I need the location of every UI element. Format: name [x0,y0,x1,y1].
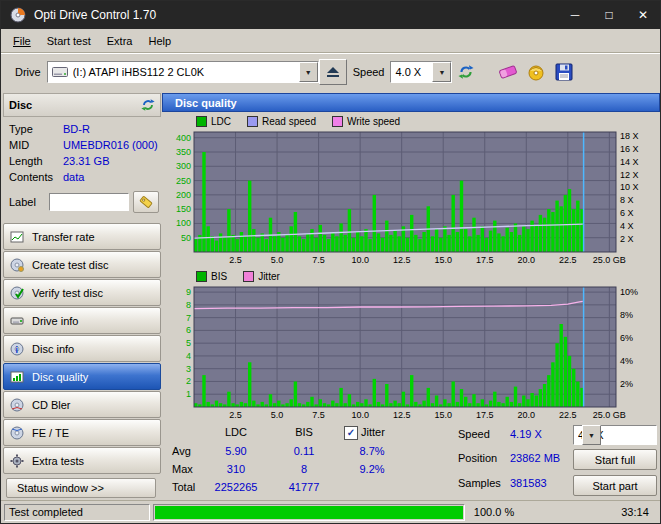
refresh-button[interactable] [452,59,480,85]
disc-field-contents: Contentsdata [9,171,161,187]
avg-jitter-value: 8.7% [340,445,404,457]
label-input[interactable] [49,193,129,211]
progress-bar [153,504,465,521]
sidebar-item-disc-quality[interactable]: Disc quality [3,363,161,390]
svg-text:12.5: 12.5 [393,255,411,265]
save-button[interactable] [550,59,578,85]
svg-text:4%: 4% [620,356,633,366]
svg-text:1: 1 [186,389,191,399]
legend-label: Write speed [347,116,400,127]
svg-text:8 X: 8 X [620,195,634,205]
field-value: BD-R [63,123,90,139]
field-value: data [63,171,84,187]
sidebar-item-create-test-disc[interactable]: Create test disc [3,251,161,278]
speed-select-value: 4.0 X [395,66,428,78]
progress-percent: 100.0 % [468,504,520,521]
legend-label: LDC [211,116,231,127]
svg-text:10.0: 10.0 [351,410,369,420]
start-part-button[interactable]: Start part [573,475,657,496]
status-window-button[interactable]: Status window >> [6,478,156,498]
legend-swatch [247,116,258,127]
toolbar: Drive (I:) ATAPI iHBS112 2 CL0K ▼ Speed … [1,53,660,91]
jitter-checkbox[interactable]: ✓ [344,426,358,440]
disc-refresh-button[interactable] [141,98,155,112]
svg-text:6%: 6% [620,333,633,343]
samples-value: 381583 [510,477,547,489]
menu-extra[interactable]: Extra [99,32,141,50]
sidebar-item-cd-bler[interactable]: CD Bler [3,391,161,418]
field-label: MID [9,139,63,155]
bis-jitter-chart: 2.55.07.510.012.515.017.520.022.525.0 GB… [164,284,658,422]
svg-text:20.0: 20.0 [518,410,536,420]
disc-panel-header: Disc [3,93,161,117]
ldc-chart: 2.55.07.510.012.515.017.520.022.525.0 GB… [164,129,658,267]
position-value: 23862 MB [510,452,560,464]
svg-text:350: 350 [176,147,191,157]
field-value: 23.31 GB [63,155,109,171]
hand-icon [525,62,547,82]
legend-label: BIS [211,271,227,282]
svg-text:7: 7 [186,313,191,323]
menu-file[interactable]: File [5,32,39,50]
eject-button[interactable] [319,59,347,85]
close-button[interactable]: ✕ [626,1,660,29]
test-speed-select[interactable]: 4.0 X ▼ [573,425,657,445]
speed-select[interactable]: 4.0 X ▼ [390,61,452,83]
svg-text:50: 50 [181,233,191,243]
svg-text:2.5: 2.5 [229,410,242,420]
max-bis-value: 8 [274,463,334,475]
disc-fields: TypeBD-RMIDUMEBDR016 (000)Length23.31 GB… [3,117,161,187]
svg-text:22.5: 22.5 [559,410,577,420]
svg-text:10%: 10% [620,287,638,297]
start-full-button[interactable]: Start full [573,449,657,470]
speed-label: Speed [353,66,385,78]
sidebar-item-extra-tests[interactable]: Extra tests [3,447,161,474]
chevron-down-icon[interactable]: ▼ [432,62,451,82]
svg-text:6 X: 6 X [620,208,634,218]
write-test-button[interactable] [522,59,550,85]
sidebar-item-drive-info[interactable]: Drive info [3,307,161,334]
minimize-button[interactable]: ─ [558,1,592,29]
write-label-button[interactable] [133,191,159,213]
sidebar-item-label: CD Bler [32,399,71,411]
position-label: Position [458,452,497,464]
sidebar-item-label: Extra tests [32,455,84,467]
svg-text:18 X: 18 X [620,131,639,141]
legend-item-ldc: LDC [196,116,231,127]
field-label: Type [9,123,63,139]
app-window: Opti Drive Control 1.70 ─ □ ✕ File Start… [0,0,661,524]
chevron-down-icon[interactable]: ▼ [582,425,601,445]
svg-text:10.0: 10.0 [351,255,369,265]
menu-help[interactable]: Help [140,32,179,50]
sidebar-item-label: Disc quality [32,371,88,383]
main-panel: Disc quality LDCRead speedWrite speed 2.… [162,93,660,502]
fe-te-icon [9,426,25,440]
svg-text:12.5: 12.5 [393,410,411,420]
disc-field-length: Length23.31 GB [9,155,161,171]
drive-select[interactable]: (I:) ATAPI iHBS112 2 CL0K ▼ [47,61,319,83]
maximize-button[interactable]: □ [592,1,626,29]
chart1-legend: LDCRead speedWrite speed [162,114,660,128]
disc-info-icon: i [9,342,25,356]
svg-text:100: 100 [176,218,191,228]
sidebar-item-verify-test-disc[interactable]: Verify test disc [3,279,161,306]
sidebar-item-label: Transfer rate [32,231,95,243]
sidebar-item-fe-te[interactable]: FE / TE [3,419,161,446]
svg-text:3: 3 [186,364,191,374]
statusbar: Test completed 100.0 % 33:14 [1,500,660,523]
legend-label: Jitter [258,271,280,282]
sidebar-item-transfer-rate[interactable]: Transfer rate [3,223,161,250]
svg-text:2 X: 2 X [620,234,634,244]
disc-quality-header: Disc quality [162,93,660,112]
bis-column-header: BIS [274,426,334,438]
menu-start-test[interactable]: Start test [39,32,99,50]
sidebar-item-disc-info[interactable]: iDisc info [3,335,161,362]
erase-disc-button[interactable] [494,59,522,85]
chevron-down-icon[interactable]: ▼ [299,62,318,82]
svg-text:7.5: 7.5 [312,410,325,420]
svg-text:300: 300 [176,161,191,171]
disc-panel-title: Disc [9,99,32,111]
svg-text:17.5: 17.5 [476,410,494,420]
sidebar-item-label: FE / TE [32,427,69,439]
svg-text:400: 400 [176,133,191,143]
